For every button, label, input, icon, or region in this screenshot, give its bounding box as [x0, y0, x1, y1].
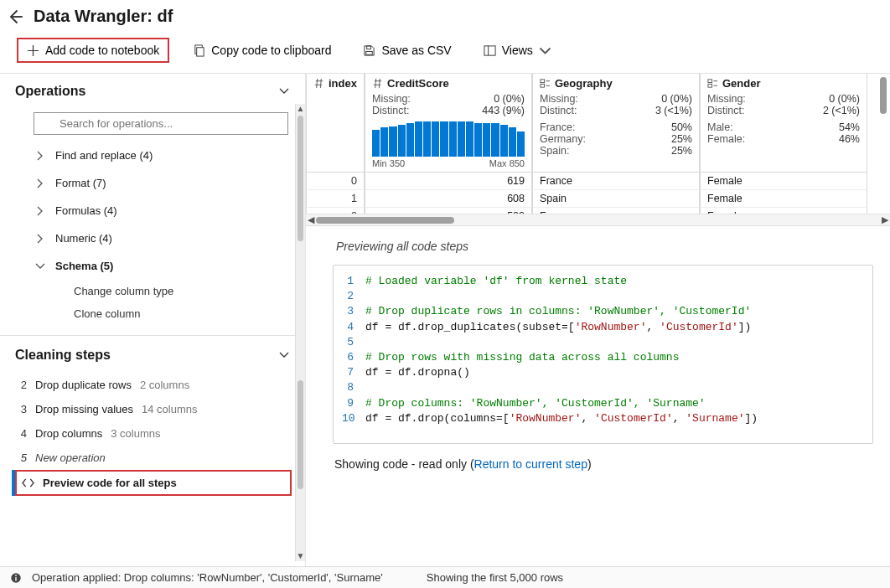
operation-group-label: Numeric (4) — [55, 232, 112, 245]
operation-group-label: Find and replace (4) — [55, 149, 153, 162]
save-icon — [363, 44, 375, 57]
svg-rect-9 — [708, 84, 712, 87]
column-title: Geography — [555, 77, 613, 90]
chevron-right-icon — [35, 178, 45, 188]
table-cell: 0 — [306, 173, 365, 190]
code-line: 3# Drop duplicate rows in columns: 'RowN… — [342, 304, 864, 319]
views-button[interactable]: Views — [475, 39, 560, 61]
save-csv-label: Save as CSV — [381, 44, 451, 57]
cleaning-step[interactable]: 3Drop missing values14 columns — [15, 397, 292, 421]
operation-group[interactable]: Find and replace (4) — [32, 142, 288, 169]
search-input[interactable] — [34, 112, 288, 135]
svg-rect-7 — [541, 84, 545, 87]
operation-group[interactable]: Schema (5) — [32, 252, 288, 280]
step-number: 2 — [17, 379, 27, 391]
step-meta: 3 columns — [111, 427, 160, 440]
table-cell: 608 — [365, 190, 532, 208]
code-line: 8 — [342, 380, 864, 395]
cleaning-step[interactable]: 5New operation — [15, 446, 292, 470]
code-block: 1# Loaded variable 'df' from kernel stat… — [333, 265, 873, 444]
code-line: 10df = df.drop(columns=['RowNumber', 'Cu… — [342, 411, 864, 426]
chevron-down-icon — [278, 85, 290, 97]
status-message: Operation applied: Drop columns: 'RowNum… — [32, 571, 383, 584]
copy-icon — [193, 44, 205, 57]
column-title: Gender — [722, 77, 761, 90]
table-cell: Spain — [532, 190, 700, 208]
table-cell: 502 — [365, 208, 532, 214]
operation-item[interactable]: Clone column — [32, 302, 288, 325]
preview-all-steps[interactable]: Preview code for all steps — [15, 470, 292, 496]
category-icon — [707, 78, 718, 89]
svg-rect-1 — [197, 47, 204, 55]
left-scrollbar[interactable]: ▲ ▼ — [295, 104, 305, 561]
copy-code-label: Copy code to clipboard — [211, 44, 331, 57]
code-line: 1# Loaded variable 'df' from kernel stat… — [342, 274, 864, 289]
column-header[interactable]: GeographyMissing:0 (0%)Distinct:3 (<1%)F… — [532, 74, 700, 173]
code-line: 5 — [342, 335, 864, 350]
back-button[interactable] — [7, 8, 23, 25]
column-title: CreditScore — [387, 77, 449, 90]
svg-point-12 — [15, 575, 17, 576]
step-meta: 2 columns — [140, 379, 189, 391]
operations-header[interactable]: Operations — [15, 84, 290, 104]
column-title: index — [329, 77, 357, 90]
views-label: Views — [502, 44, 533, 57]
toolbar: Add code to notebook Copy code to clipbo… — [0, 33, 890, 74]
code-line: 7df = df.dropna() — [342, 365, 864, 380]
svg-rect-8 — [708, 80, 712, 83]
chevron-right-icon — [35, 234, 45, 244]
status-bar: Operation applied: Drop columns: 'RowNum… — [0, 566, 890, 588]
grid-horizontal-scrollbar[interactable]: ◀ ▶ — [306, 214, 890, 225]
chevron-right-icon — [35, 206, 45, 216]
plus-icon — [27, 44, 39, 57]
operation-group-label: Format (7) — [55, 177, 106, 189]
cleaning-steps-header[interactable]: Cleaning steps — [15, 348, 290, 368]
table-cell: 1 — [306, 190, 365, 208]
left-panel: Operations Find and replace (4)Format (7… — [0, 74, 306, 566]
step-title: New operation — [35, 451, 106, 464]
code-preview-title: Previewing all code steps — [333, 240, 873, 265]
column-header[interactable]: CreditScoreMissing:0 (0%)Distinct:443 (9… — [365, 74, 532, 173]
add-code-button[interactable]: Add code to notebook — [17, 38, 169, 63]
operation-group[interactable]: Formulas (4) — [32, 197, 288, 224]
layout-icon — [484, 44, 496, 57]
operation-group-label: Formulas (4) — [55, 204, 117, 217]
svg-rect-2 — [367, 45, 371, 49]
copy-code-button[interactable]: Copy code to clipboard — [184, 39, 339, 61]
code-line: 9# Drop columns: 'RowNumber', 'CustomerI… — [342, 396, 864, 411]
code-footer: Showing code - read only (Return to curr… — [333, 444, 873, 477]
grid-vertical-scrollbar[interactable] — [878, 75, 888, 201]
table-cell: 619 — [365, 173, 532, 190]
svg-rect-3 — [366, 51, 373, 54]
step-meta: 14 columns — [142, 403, 197, 415]
operation-group[interactable]: Format (7) — [32, 169, 288, 197]
svg-rect-4 — [484, 45, 495, 54]
hash-icon — [372, 78, 383, 89]
chevron-down-icon — [35, 261, 45, 271]
table-cell: 2 — [306, 208, 365, 214]
table-cell: Female — [700, 190, 867, 208]
operation-item[interactable]: Change column type — [32, 280, 288, 302]
chevron-down-icon — [539, 44, 551, 57]
cleaning-step[interactable]: 2Drop duplicate rows2 columns — [15, 373, 292, 397]
code-line: 2 — [342, 289, 864, 304]
step-title: Drop columns — [35, 427, 102, 440]
step-number: 5 — [17, 451, 27, 464]
operation-group-label: Schema (5) — [55, 260, 113, 272]
add-code-label: Add code to notebook — [45, 44, 159, 57]
histogram — [372, 121, 525, 157]
svg-rect-11 — [15, 577, 16, 580]
table-cell: Female — [700, 173, 867, 190]
step-number: 3 — [17, 403, 27, 415]
table-cell: France — [532, 208, 700, 214]
column-header[interactable]: index — [306, 74, 365, 173]
category-icon — [540, 78, 551, 89]
return-to-step-link[interactable]: Return to current step — [474, 457, 587, 471]
step-label: Preview code for all steps — [43, 477, 177, 489]
column-header[interactable]: GenderMissing:0 (0%)Distinct:2 (<1%)Male… — [700, 74, 867, 173]
step-title: Drop missing values — [35, 403, 133, 415]
cleaning-step[interactable]: 4Drop columns3 columns — [15, 421, 292, 446]
save-csv-button[interactable]: Save as CSV — [354, 39, 459, 61]
svg-rect-6 — [541, 80, 545, 83]
operation-group[interactable]: Numeric (4) — [32, 224, 288, 252]
